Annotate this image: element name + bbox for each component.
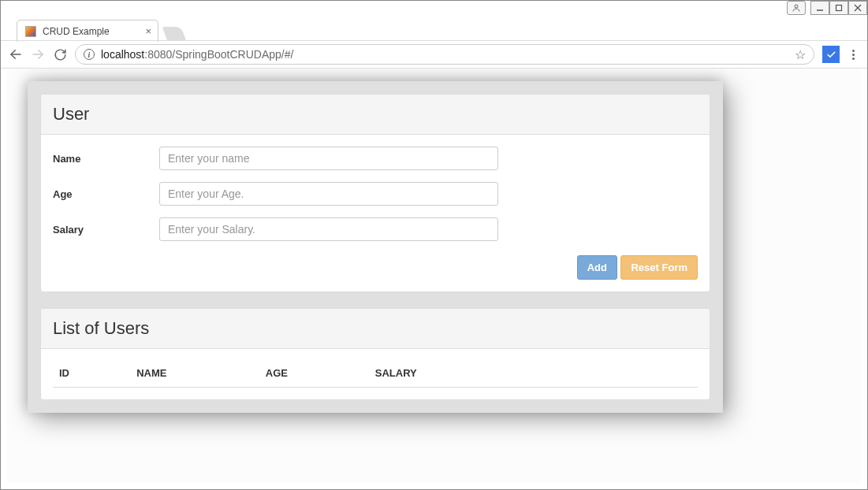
age-input[interactable] <box>159 182 498 206</box>
url-path: :8080/SpringBootCRUDApp/#/ <box>144 48 293 61</box>
svg-rect-2 <box>836 6 842 11</box>
minimize-button[interactable] <box>810 1 829 15</box>
name-label: Name <box>53 153 159 165</box>
user-table: ID NAME AGE SALARY <box>53 361 698 388</box>
table-header-row: ID NAME AGE SALARY <box>53 361 698 388</box>
col-salary: SALARY <box>369 361 698 388</box>
user-form-title: User <box>53 104 89 124</box>
user-list-title: List of Users <box>53 318 149 338</box>
url-host: localhost <box>101 48 144 61</box>
page-container: User Name Age Salary Add Reset Form <box>28 81 723 413</box>
name-input[interactable] <box>159 147 498 170</box>
user-form-heading: User <box>41 95 710 135</box>
bookmark-star-icon[interactable]: ☆ <box>795 47 806 62</box>
close-window-button[interactable] <box>848 1 867 15</box>
forward-button[interactable] <box>31 47 45 61</box>
svg-point-0 <box>795 5 798 8</box>
address-bar[interactable]: i localhost:8080/SpringBootCRUDApp/#/ ☆ <box>75 44 814 65</box>
user-form-panel: User Name Age Salary Add Reset Form <box>40 94 710 292</box>
col-age: AGE <box>259 361 369 388</box>
maximize-button[interactable] <box>829 1 848 15</box>
extension-button[interactable] <box>822 46 840 63</box>
tab-close-icon[interactable]: × <box>145 25 151 37</box>
reset-button[interactable]: Reset Form <box>620 255 698 280</box>
form-group-name: Name <box>53 147 698 170</box>
browser-toolbar: i localhost:8080/SpringBootCRUDApp/#/ ☆ <box>1 40 867 69</box>
page-viewport: User Name Age Salary Add Reset Form <box>7 69 861 483</box>
salary-input[interactable] <box>159 217 498 241</box>
form-group-age: Age <box>53 182 698 206</box>
col-id: ID <box>53 361 130 388</box>
col-name: NAME <box>130 361 259 388</box>
favicon-icon <box>25 26 36 37</box>
form-actions: Add Reset Form <box>53 255 698 280</box>
salary-label: Salary <box>53 224 159 236</box>
site-info-icon[interactable]: i <box>84 49 95 60</box>
tab-bar: CRUD Example × <box>7 18 861 42</box>
user-list-heading: List of Users <box>41 309 710 349</box>
user-list-body: ID NAME AGE SALARY <box>41 349 710 399</box>
window-controls <box>787 1 867 15</box>
user-list-panel: List of Users ID NAME AGE SALARY <box>40 308 710 400</box>
reload-button[interactable] <box>53 47 67 61</box>
tab-title: CRUD Example <box>43 26 110 37</box>
add-button[interactable]: Add <box>577 255 617 280</box>
back-button[interactable] <box>9 47 23 61</box>
user-profile-button[interactable] <box>787 1 806 15</box>
browser-menu-button[interactable] <box>848 50 859 60</box>
new-tab-button[interactable] <box>162 27 187 41</box>
age-label: Age <box>53 188 159 200</box>
form-group-salary: Salary <box>53 217 698 241</box>
user-form-body: Name Age Salary Add Reset Form <box>41 135 710 291</box>
browser-tab[interactable]: CRUD Example × <box>17 20 158 42</box>
